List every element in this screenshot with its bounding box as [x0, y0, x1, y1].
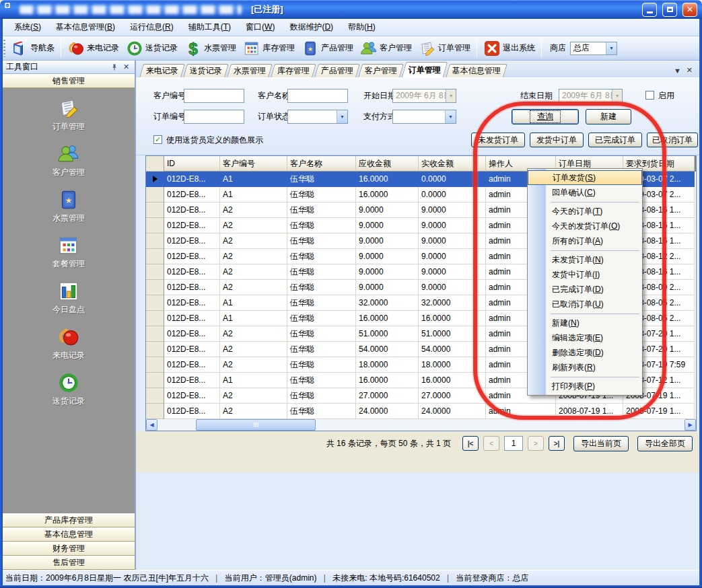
toolbar-button-水票管理[interactable]: $水票管理: [181, 38, 240, 59]
pay-method-select[interactable]: ▼: [392, 110, 456, 124]
toolbar-button-label: 客户管理: [380, 42, 412, 54]
scroll-left-icon[interactable]: ◀: [146, 419, 157, 431]
context-menu-item-今天的订单[interactable]: 今天的订单(T): [528, 204, 642, 219]
sidebar-tool-订单管理[interactable]: 订单管理: [3, 97, 135, 133]
chevron-down-icon[interactable]: ▼: [606, 42, 617, 54]
sidebar-section-售后管理[interactable]: 售后管理: [3, 556, 135, 570]
customer-name-input[interactable]: [287, 89, 348, 103]
last-page-button[interactable]: >|: [549, 436, 565, 451]
status-filter-button-未发货订单[interactable]: 未发货订单: [471, 133, 525, 147]
context-menu-item-订单发货[interactable]: 订单发货(S): [528, 170, 642, 185]
tab-库存管理[interactable]: 库存管理: [271, 64, 316, 77]
row-selector-header[interactable]: [146, 156, 164, 172]
first-page-button[interactable]: |<: [462, 436, 479, 451]
status-filter-button-已取消订单[interactable]: 已取消订单: [647, 133, 698, 147]
toolbar-button-产品管理[interactable]: ★产品管理: [298, 38, 357, 59]
chevron-down-icon[interactable]: ▼: [337, 110, 347, 123]
status-filter-button-发货中订单[interactable]: 发货中订单: [530, 133, 584, 147]
column-header-客户名称[interactable]: 客户名称: [287, 156, 356, 172]
horizontal-scrollbar[interactable]: ◀ ▶: [146, 419, 696, 431]
context-menu-item-回单确认[interactable]: 回单确认(C): [528, 185, 642, 200]
sidebar-tool-客户管理[interactable]: 客户管理: [3, 143, 135, 178]
column-header-ID[interactable]: ID: [164, 156, 220, 172]
context-menu-item-新建[interactable]: 新建(N): [528, 316, 642, 330]
toolbar-button-导航条[interactable]: 导航条: [7, 38, 58, 59]
menu-item-数据维护[interactable]: 数据维护(D): [282, 19, 341, 36]
end-date-picker[interactable]: 2009年 6月 8日 ▼: [559, 89, 623, 103]
export-all-button[interactable]: 导出全部页: [637, 436, 693, 451]
tab-list-dropdown-icon[interactable]: ▼: [674, 67, 681, 75]
context-menu-item-删除选定项[interactable]: 删除选定项(D): [528, 345, 642, 360]
toolbar-button-来电记录[interactable]: 来电记录: [64, 38, 122, 59]
enable-checkbox[interactable]: [645, 91, 654, 100]
context-menu-item-刷新列表[interactable]: 刷新列表(R): [528, 360, 642, 375]
column-header-应收金额[interactable]: 应收金额: [356, 156, 419, 172]
maximize-button[interactable]: [662, 3, 677, 17]
cell-required_date: 2008-07-19 1...: [623, 404, 695, 419]
menu-item-运行信息[interactable]: 运行信息(R): [122, 19, 181, 36]
color-display-checkbox[interactable]: ✓: [153, 135, 162, 144]
toolbar-button-退出系统[interactable]: 退出系统: [480, 38, 538, 59]
row-selector-cell: [146, 373, 164, 388]
table-row[interactable]: 012D-E8...A2伍华聪24.000024.0000admin2008-0…: [146, 404, 696, 419]
close-icon[interactable]: ✕: [121, 62, 131, 72]
tab-label: 来电记录: [146, 65, 178, 77]
toolbar-button-库存管理[interactable]: 库存管理: [240, 38, 298, 59]
sidebar-tool-今日盘点[interactable]: 今日盘点: [3, 280, 135, 316]
sidebar-section-产品库存管理[interactable]: 产品库存管理: [3, 513, 135, 527]
close-button[interactable]: ✕: [682, 3, 697, 17]
row-selector-cell: [146, 264, 164, 280]
sidebar-section-财务管理[interactable]: 财务管理: [3, 542, 135, 556]
tab-来电记录[interactable]: 来电记录: [139, 64, 185, 77]
order-no-input[interactable]: [184, 110, 244, 124]
menu-item-系统[interactable]: 系统(S): [7, 19, 48, 36]
tab-订单管理[interactable]: 订单管理: [402, 62, 448, 77]
tab-送货记录[interactable]: 送货记录: [183, 64, 229, 77]
order-status-select[interactable]: ▼: [287, 110, 348, 124]
status-filter-button-已完成订单[interactable]: 已完成订单: [588, 133, 642, 147]
tab-水票管理[interactable]: 水票管理: [227, 64, 273, 77]
sidebar-tool-来电记录[interactable]: 来电记录: [3, 326, 135, 361]
menu-item-帮助[interactable]: 帮助(H): [341, 19, 383, 36]
sidebar-tool-套餐管理[interactable]: 套餐管理: [3, 234, 135, 270]
chevron-down-icon[interactable]: ▼: [445, 110, 456, 123]
context-menu-item-今天的发货订单[interactable]: 今天的发货订单(O): [528, 219, 642, 233]
tab-产品管理[interactable]: 产品管理: [314, 64, 360, 77]
context-menu-item-所有的订单[interactable]: 所有的订单(A): [528, 233, 642, 248]
sidebar-section-基本信息管理[interactable]: 基本信息管理: [3, 527, 135, 542]
shop-select[interactable]: 总店 ▼: [570, 42, 617, 55]
tab-基本信息管理[interactable]: 基本信息管理: [446, 64, 507, 77]
start-date-picker[interactable]: 2009年 6月 8日 ▼: [392, 89, 456, 103]
context-menu-item-编辑选定项[interactable]: 编辑选定项(E): [528, 330, 642, 345]
column-header-客户编号[interactable]: 客户编号: [220, 156, 287, 172]
toolbar-button-订单管理[interactable]: 订单管理: [415, 38, 474, 59]
context-menu-item-打印列表[interactable]: 打印列表(P): [528, 379, 642, 394]
context-menu-item-已完成订单[interactable]: 已完成订单(D): [528, 282, 642, 297]
scroll-right-icon[interactable]: ▶: [685, 419, 696, 431]
scrollbar-thumb[interactable]: [196, 419, 316, 431]
menu-item-窗口[interactable]: 窗口(W): [238, 19, 282, 36]
context-menu-item-未发货订单[interactable]: 未发货订单(N): [528, 252, 642, 267]
export-current-button[interactable]: 导出当前页: [573, 436, 629, 451]
customer-no-input[interactable]: [184, 89, 244, 103]
query-button[interactable]: 查询: [512, 109, 579, 124]
sidebar-section-sales[interactable]: 销售管理: [3, 74, 135, 88]
context-menu-item-已取消订单[interactable]: 已取消订单(U): [528, 297, 642, 311]
sidebar-tool-送货记录[interactable]: 送货记录: [3, 371, 135, 407]
minimize-button[interactable]: [642, 3, 657, 17]
context-menu-item-发货中订单[interactable]: 发货中订单(I): [528, 267, 642, 282]
page-number-input[interactable]: 1: [504, 436, 523, 451]
tab-close-icon[interactable]: ✕: [687, 66, 693, 75]
toolbar-button-客户管理[interactable]: 客户管理: [357, 38, 415, 59]
tab-客户管理[interactable]: 客户管理: [358, 64, 404, 77]
toolbar-separator: [541, 40, 542, 57]
toolbar-button-送货记录[interactable]: 送货记录: [122, 38, 181, 59]
column-header-实收金额[interactable]: 实收金额: [419, 156, 486, 172]
new-button[interactable]: 新建: [586, 109, 631, 124]
menu-item-辅助工具[interactable]: 辅助工具(T): [181, 19, 238, 36]
sidebar-tool-水票管理[interactable]: ★水票管理: [3, 188, 135, 224]
pin-icon[interactable]: [109, 62, 119, 72]
menu-item-基本信息管理[interactable]: 基本信息管理(B): [48, 19, 122, 36]
prev-page-button[interactable]: <: [483, 436, 499, 451]
next-page-button[interactable]: >: [528, 436, 544, 451]
